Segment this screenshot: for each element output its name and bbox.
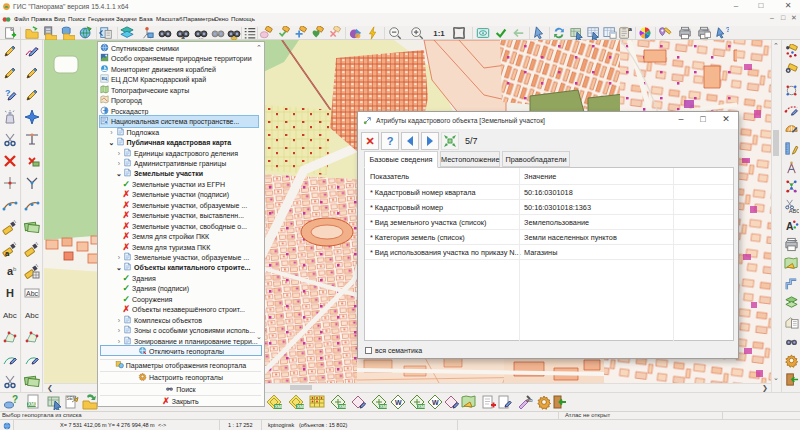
svg-text:XML: XML: [418, 404, 425, 409]
svg-text:XML: XML: [275, 404, 282, 409]
svg-text:ABC: ABC: [789, 208, 799, 213]
svg-text:a: a: [181, 33, 185, 40]
svg-text:1:1: 1:1: [433, 29, 445, 38]
svg-text:?: ?: [726, 26, 730, 34]
svg-text:Abc: Abc: [25, 311, 39, 320]
svg-text:XML: XML: [28, 402, 38, 407]
svg-text:...: ...: [198, 33, 203, 40]
svg-text:W: W: [395, 399, 402, 406]
svg-text:W: W: [432, 399, 439, 406]
svg-text:XML: XML: [297, 404, 304, 409]
svg-text:Abc: Abc: [26, 290, 39, 297]
svg-text:XML: XML: [339, 404, 346, 409]
svg-text:b: b: [13, 266, 17, 272]
svg-text:ЕЦ: ЕЦ: [102, 76, 108, 81]
svg-text:XML: XML: [380, 404, 387, 409]
svg-text:H: H: [6, 287, 14, 299]
svg-text:Abc: Abc: [3, 311, 17, 320]
svg-text:a: a: [629, 26, 633, 32]
svg-text:?: ?: [12, 394, 18, 405]
svg-text:A: A: [786, 221, 794, 232]
